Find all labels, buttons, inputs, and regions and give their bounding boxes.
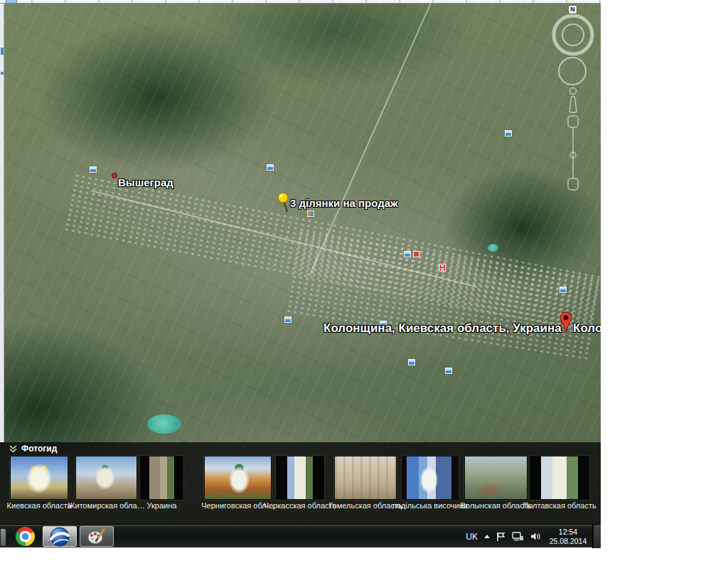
taskbar-chrome-button[interactable]	[16, 527, 36, 547]
placemark-label[interactable]: Колон	[573, 321, 601, 336]
map-photo-icon[interactable]	[560, 287, 567, 293]
map-photo-icon[interactable]	[404, 251, 411, 257]
tray-time: 12:54	[547, 528, 589, 537]
map-hospital-icon[interactable]: H	[439, 264, 446, 272]
navigation-controls: N	[550, 4, 599, 205]
photo-thumbnail[interactable]	[204, 456, 272, 500]
map-photo-icon[interactable]	[445, 368, 452, 374]
windows-taskbar: UK 12:54 25.08.2014	[0, 524, 601, 547]
photo-thumbnail-label: Волынская область	[460, 501, 531, 510]
show-desktop-button[interactable]	[592, 525, 601, 548]
tray-clock[interactable]: 12:54 25.08.2014	[547, 528, 589, 545]
pegman-icon[interactable]	[569, 88, 577, 113]
photo-guide-header: Фотогид	[0, 442, 601, 455]
toolbar-active-tab-fragment[interactable]	[6, 0, 17, 4]
photo-thumbnail[interactable]	[140, 456, 183, 500]
tray-expand-arrow-icon[interactable]	[484, 535, 490, 538]
photo-thumbnail-label: Полтавская область	[523, 501, 596, 510]
map-photo-icon[interactable]	[505, 130, 512, 137]
pond	[147, 414, 181, 434]
photo-guide-panel: Фотогид Киевская областьЖитомирская обла…	[0, 442, 601, 524]
photo-thumbnail[interactable]	[402, 456, 459, 500]
photo-thumbnail[interactable]	[10, 456, 68, 500]
map-red-icon[interactable]	[413, 251, 419, 257]
photo-thumbnail-label: подільська височина	[392, 501, 468, 510]
speaker-icon[interactable]	[530, 532, 541, 541]
collapse-chevrons-icon[interactable]	[9, 445, 17, 453]
compass-ring[interactable]	[554, 16, 592, 54]
photo-thumbnail-label: Житомирская обла…	[68, 501, 144, 510]
system-tray: UK 12:54 25.08.2014	[466, 525, 589, 548]
placemark-dot[interactable]	[112, 173, 117, 178]
photo-thumbnail[interactable]	[75, 456, 137, 500]
tray-date: 25.08.2014	[547, 537, 589, 546]
compass-inner-ring[interactable]	[562, 24, 584, 46]
placemark-label[interactable]: 3 ділянки на продаж	[290, 197, 398, 209]
pond	[488, 244, 498, 252]
sidebar-fragment	[1, 72, 4, 75]
toolbar-sliver	[0, 0, 601, 4]
photo-thumbnail-label: Черкасская область	[264, 501, 337, 510]
photo-thumbnail-label: Гомельская область	[328, 501, 402, 510]
map-photo-icon[interactable]	[284, 316, 291, 323]
network-icon[interactable]	[512, 532, 524, 541]
tray-language-indicator[interactable]: UK	[466, 532, 478, 542]
action-center-flag-icon[interactable]	[496, 532, 505, 542]
taskbar-paint-button[interactable]	[80, 526, 114, 547]
sidebar-fragment	[1, 48, 4, 55]
photo-thumbnail-label: Украина	[147, 501, 177, 510]
map-photo-icon[interactable]	[408, 359, 415, 365]
chrome-icon	[16, 527, 35, 546]
pan-joystick[interactable]	[559, 58, 586, 85]
photo-thumbnail[interactable]	[334, 456, 397, 500]
google-earth-window: H Вышеград3 ділянки на продажКолонщина, …	[0, 0, 601, 547]
sidebar-edge-sliver[interactable]	[0, 4, 4, 442]
zoom-out-button[interactable]	[568, 178, 578, 190]
placemark-label[interactable]: Колонщина, Киевская область, Украина	[323, 321, 562, 336]
map-photo-icon[interactable]	[90, 166, 97, 173]
taskbar-google-earth-button[interactable]	[43, 526, 77, 547]
map-photo-orange-icon[interactable]	[307, 210, 314, 217]
photo-guide-title: Фотогид	[21, 444, 57, 454]
photo-thumbnail[interactable]	[276, 456, 324, 500]
photo-thumbnail-label: Киевская область	[7, 501, 72, 510]
placemark-label[interactable]: Вышеград	[118, 176, 173, 188]
photo-thumbnail[interactable]	[530, 456, 589, 500]
start-button-sliver[interactable]	[0, 528, 6, 547]
zoom-slider[interactable]	[568, 116, 578, 190]
zoom-in-button[interactable]	[568, 116, 578, 127]
red-pin-icon[interactable]	[560, 311, 572, 333]
compass-north-button[interactable]: N	[568, 5, 577, 14]
photo-thumbnail[interactable]	[464, 456, 528, 500]
paint-icon	[87, 528, 106, 545]
google-earth-icon	[50, 527, 70, 547]
yellow-pushpin-icon[interactable]	[277, 192, 294, 215]
map-photo-icon[interactable]	[267, 164, 274, 171]
